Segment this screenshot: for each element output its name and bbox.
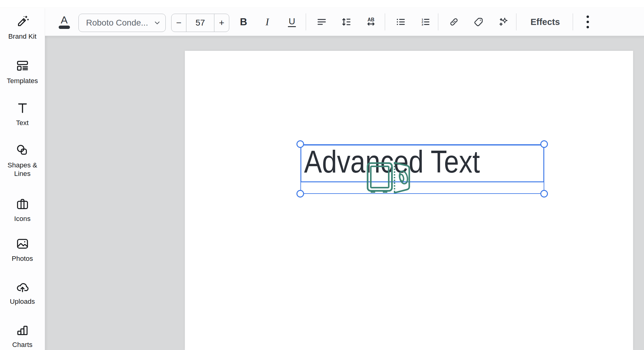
text-icon [16,101,29,116]
shapes-icon [16,143,29,159]
tag-icon [473,17,484,27]
bulleted-list-icon [395,17,406,27]
selection-handle-bottom-left[interactable] [296,190,304,198]
font-color-swatch [59,26,70,29]
font-family-value: Roboto Conde... [79,18,148,28]
text-toolbar: A Roboto Conde... − 57 + B I U [45,8,644,36]
sidebar-item-label: Icons [14,215,31,223]
sidebar-item-brand-kit[interactable]: Brand Kit [0,15,45,41]
sidebar-item-label: Templates [7,77,38,85]
font-size-increase-button[interactable]: + [214,14,229,32]
font-size-decrease-button[interactable]: − [171,14,186,32]
selection-handle-bottom-right[interactable] [540,190,548,198]
letter-spacing-button[interactable]: AB [364,15,378,29]
sidebar-item-text[interactable]: Text [0,101,45,127]
sidebar-item-icons[interactable]: Icons [0,197,45,223]
text-align-button[interactable] [314,15,329,29]
sidebar-item-shapes-lines[interactable]: Shapes & Lines [0,143,45,178]
svg-text:3: 3 [422,23,423,26]
sidebar-item-label: Uploads [10,297,35,306]
bar-chart-icon [16,323,29,338]
link-button[interactable] [447,15,461,29]
font-color-button[interactable]: A [57,15,71,29]
bulleted-list-button[interactable] [393,15,408,29]
design-page[interactable]: Advanced Text [185,51,633,350]
photo-icon [16,237,29,252]
toolbar-divider [573,13,573,30]
sidebar-item-label: Text [16,119,29,127]
safe-vault-icon[interactable] [367,162,411,193]
toolbar-divider [516,13,517,30]
toolbar-divider [385,13,385,30]
font-family-select[interactable]: Roboto Conde... [78,14,166,32]
selection-handle-top-left[interactable] [296,140,304,148]
sparkles-icon [498,17,508,27]
numbered-list-icon: 1 2 3 [420,17,430,27]
font-size-value[interactable]: 57 [186,14,214,32]
kebab-menu-icon [587,16,589,18]
selection-handle-top-right[interactable] [540,140,548,148]
tag-button[interactable] [471,15,486,29]
sidebar-item-charts[interactable]: Charts [0,323,45,349]
svg-text:AB: AB [368,17,375,22]
font-color-label: A [61,15,68,25]
numbered-list-button[interactable]: 1 2 3 [418,15,432,29]
line-spacing-button[interactable] [339,15,354,29]
briefcase-icon [16,197,29,212]
sidebar-item-photos[interactable]: Photos [0,237,45,263]
bold-button[interactable]: B [236,15,251,29]
chevron-down-icon [153,19,161,27]
more-options-button[interactable] [580,15,595,29]
upload-cloud-icon [16,280,29,295]
canvas-area: Advanced Text [45,36,644,350]
sidebar-item-uploads[interactable]: Uploads [0,280,45,306]
sparkle-effects-button[interactable] [496,15,511,29]
align-left-icon [317,17,327,27]
line-spacing-icon [341,17,351,27]
sidebar: Brand Kit Templates Text [0,8,45,350]
sidebar-item-templates[interactable]: Templates [0,59,45,85]
toolbar-divider [306,13,306,30]
sidebar-item-label: Shapes & Lines [5,161,40,178]
underline-button[interactable]: U [285,15,299,29]
toolbar-divider [438,13,438,30]
magic-wand-icon [16,15,29,30]
sidebar-item-label: Brand Kit [8,32,36,41]
sidebar-item-label: Charts [12,341,32,349]
templates-icon [16,59,29,74]
letter-spacing-icon: AB [366,17,376,27]
font-size-stepper: − 57 + [171,14,229,32]
sidebar-item-label: Photos [12,254,33,263]
design-editor-app: Brand Kit Templates Text [0,0,644,350]
effects-button[interactable]: Effects [525,15,565,29]
window-top-strip [0,0,644,8]
italic-button[interactable]: I [260,15,275,29]
link-icon [449,17,459,27]
